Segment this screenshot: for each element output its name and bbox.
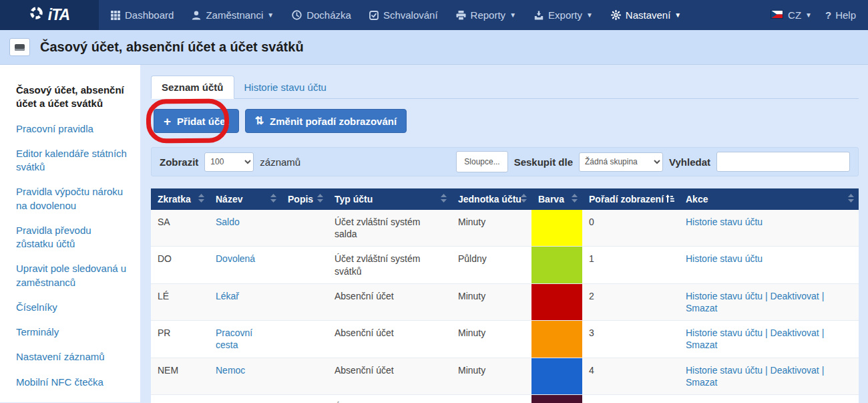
cell-poradi: 1 [582, 247, 679, 283]
accounts-table: ZkratkaNázevPopisTyp účtuJednotka účtuBa… [151, 188, 859, 403]
action-link[interactable]: Historie stavu účtu [686, 253, 763, 264]
action-link[interactable]: Historie stavu účtu [686, 217, 763, 227]
sidebar-item-ciselniky[interactable]: Číselníky [16, 301, 128, 314]
add-account-button[interactable]: + Přidat účet [154, 109, 239, 133]
search-input[interactable] [716, 152, 850, 172]
sidebar-item-mobilni-nfc[interactable]: Mobilní NFC čtečka [16, 376, 128, 389]
plus-icon: + [164, 115, 171, 128]
chevron-down-icon: ▼ [509, 11, 516, 19]
nav-item-nastaveni[interactable]: Nastavení▼ [611, 9, 681, 21]
app-logo[interactable]: iTA [0, 0, 99, 30]
account-name-link[interactable]: Lékař [216, 291, 239, 301]
action-separator: | [819, 365, 825, 376]
nav-item-schvalovani[interactable]: Schvalování [369, 9, 438, 21]
clock-icon [292, 10, 302, 20]
cell-zkratka: SA [151, 210, 209, 247]
action-link[interactable]: Deaktivovat [771, 365, 819, 376]
sidebar-item-nastaveni-zaznamu[interactable]: Nastavení záznamů [16, 350, 128, 364]
action-link[interactable]: Smazat [686, 340, 717, 350]
sidebar-item-editor-kalendare[interactable]: Editor kalendáře státních svátků [16, 147, 128, 174]
add-account-label: Přidat účet [177, 116, 229, 127]
language-switcher[interactable]: CZ ▼ [771, 9, 812, 21]
cell-popis [281, 210, 328, 247]
sidebar-item-pracovni-pravidla[interactable]: Pracovní pravidla [16, 122, 128, 136]
page-size-select[interactable]: 100 [204, 152, 254, 172]
group-by-label: Seskupit dle [514, 156, 573, 168]
nav-item-exporty[interactable]: Exporty▼ [534, 9, 593, 21]
sidebar-item-pravidla-prevodu[interactable]: Pravidla převodu zůstatku účtů [16, 224, 128, 251]
nav-item-zamestnanci[interactable]: Zaměstnanci▼ [192, 9, 274, 21]
action-link[interactable]: Deaktivovat [771, 327, 819, 338]
column-header-jednotka[interactable]: Jednotka účtu [451, 188, 531, 210]
account-name-link[interactable]: Nemoc [216, 365, 245, 376]
action-link[interactable]: Deaktivovat [771, 291, 819, 301]
cell-typ: Absenční účet [328, 283, 451, 320]
nav-item-dashboard[interactable]: Dashboard [111, 9, 174, 21]
column-header-poradi[interactable]: Pořadí zobrazení [582, 188, 679, 210]
toolbar: + Přidat účet ⇅ Změnit pořadí zobrazován… [154, 109, 859, 133]
account-name-link[interactable]: Dovolená [216, 253, 255, 264]
account-name-link[interactable]: Pracovní cesta [216, 327, 252, 350]
cell-akce: Historie stavu účtu [679, 210, 859, 247]
sidebar-item-udalosti-zpravy[interactable]: Události a zprávy [16, 400, 128, 403]
column-label: Typ účtu [335, 194, 373, 205]
help-link[interactable]: ? Help [825, 9, 856, 21]
cell-typ: Účet zvláštní systém svátků [328, 247, 451, 283]
column-header-nazev[interactable]: Název [209, 188, 281, 210]
cell-typ: Absenční účet [328, 358, 451, 394]
columns-button[interactable]: Sloupce... [456, 151, 507, 172]
group-by-select[interactable]: Žádná skupina [579, 152, 663, 172]
show-label: Zobrazit [160, 156, 198, 168]
account-name-link[interactable]: Saldo [216, 217, 240, 227]
column-header-typ[interactable]: Typ účtu [328, 188, 451, 210]
nav-item-reporty[interactable]: Reporty▼ [456, 9, 516, 21]
reorder-button[interactable]: ⇅ Změnit pořadí zobrazování [245, 109, 407, 133]
table-row: DODovolenáÚčet zvláštní systém svátkůPůl… [151, 247, 859, 283]
action-link[interactable]: Historie stavu účtu [686, 327, 763, 338]
color-swatch [531, 394, 582, 403]
tab-historie-stavu[interactable]: Historie stavu účtu [234, 76, 337, 98]
nav-item-label: Dashboard [125, 9, 174, 21]
cell-jednotka: Minuty [451, 321, 531, 358]
column-header-zkratka[interactable]: Zkratka [151, 188, 209, 210]
column-label: Akce [686, 194, 708, 205]
chevron-down-icon: ▼ [586, 11, 593, 19]
column-header-popis[interactable]: Popis [281, 188, 328, 210]
gear-icon [611, 10, 621, 20]
cell-typ: Účet zvláštní systém salda [328, 210, 451, 247]
cell-zkratka: PVN [151, 394, 209, 403]
reorder-label: Změnit pořadí zobrazování [270, 116, 397, 127]
cell-poradi: 3 [582, 321, 679, 358]
nav-item-dochazka[interactable]: Docházka [292, 9, 351, 21]
top-navbar: iTA DashboardZaměstnanci▼DocházkaSchvalo… [0, 0, 868, 30]
sidebar-item-casovy-ucet[interactable]: Časový účet, absenční účet a účet svátků [16, 84, 128, 111]
cell-popis [281, 283, 328, 320]
question-mark-icon: ? [825, 9, 831, 21]
sidebar-toggle-button[interactable] [9, 38, 30, 56]
cell-akce: Historie stavu účtu | Deaktivovat | Smaz… [679, 283, 859, 320]
cell-jednotka: Minuty [451, 394, 531, 403]
cell-popis [281, 247, 328, 283]
cell-poradi: 5 [582, 394, 679, 403]
sidebar-item-pravidla-vypoctu[interactable]: Pravidla výpočtu nároku na dovolenou [16, 185, 128, 213]
add-account-wrap: + Přidat účet [154, 109, 239, 133]
cell-akce: Historie stavu účtu | Deaktivovat | Smaz… [679, 358, 859, 394]
action-link[interactable]: Historie stavu účtu [686, 365, 763, 376]
action-link[interactable]: Historie stavu účtu [686, 291, 763, 301]
tab-seznam-uctu[interactable]: Seznam účtů [151, 76, 234, 99]
sort-arrows-icon: ⇅ [255, 116, 264, 126]
sidebar-item-terminaly[interactable]: Terminály [16, 325, 128, 339]
table-row: PVNPráce v nociÚčet pro účely reportován… [151, 394, 859, 403]
action-link[interactable]: Smazat [686, 377, 717, 388]
czech-flag-icon [771, 9, 783, 21]
terminal-icon [15, 44, 25, 51]
action-link[interactable]: Smazat [686, 303, 717, 313]
action-separator: | [763, 291, 770, 301]
cell-nazev: Lékař [209, 283, 281, 320]
grid-icon [111, 11, 120, 20]
cell-typ: Účet pro účely reportování práce v určen… [328, 394, 451, 403]
column-header-akce[interactable]: Akce [679, 188, 859, 210]
column-header-barva[interactable]: Barva [531, 188, 582, 210]
cell-poradi: 2 [582, 283, 679, 320]
sidebar-item-upravit-pole[interactable]: Upravit pole sledovaná u zaměstnanců [16, 262, 128, 289]
